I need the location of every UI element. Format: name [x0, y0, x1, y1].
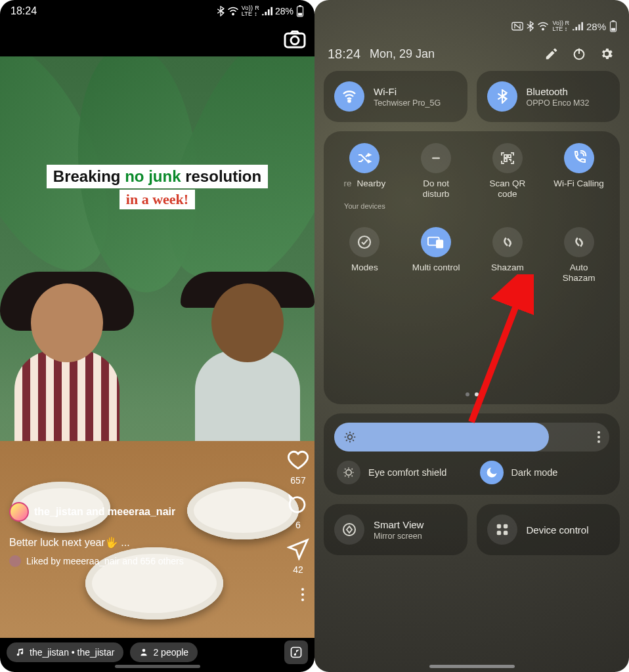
wifi-icon: [227, 7, 239, 16]
eye-comfort-toggle[interactable]: Eye comfort shield: [337, 461, 464, 484]
story-authors[interactable]: the_jistan and meeeraa_nair: [9, 502, 269, 522]
quick-tile-autoshazam[interactable]: AutoShazam: [544, 227, 613, 306]
wificall-label: Wi-Fi Calling: [553, 178, 604, 200]
story-header: [0, 20, 314, 56]
svg-rect-18: [508, 155, 511, 158]
edit-icon[interactable]: [542, 45, 561, 63]
svg-rect-16: [432, 158, 440, 159]
multi-icon: [421, 227, 451, 257]
svg-rect-12: [611, 28, 615, 31]
header-date: Mon, 29 Jan: [370, 47, 435, 61]
svg-point-14: [348, 100, 350, 102]
status-bar: 18:24 Vo)) RLTE ↕ 28%: [0, 0, 314, 20]
svg-point-24: [346, 470, 351, 475]
panel-header: 18:24 Mon, 29 Jan: [314, 38, 629, 71]
nearby-label: reNearby: [344, 178, 386, 200]
bluetooth-title: Bluetooth: [527, 86, 590, 97]
gesture-bar: [429, 665, 515, 668]
story-media[interactable]: Breaking no junk resolution in a week! 6…: [0, 56, 314, 638]
signal-icon: [262, 7, 272, 16]
svg-rect-22: [436, 240, 443, 248]
svg-rect-26: [496, 524, 500, 528]
quick-tile-shazam[interactable]: Shazam: [473, 227, 542, 306]
smart-view-title: Smart View: [374, 519, 423, 530]
status-icons-right: Vo)) RLTE ↕ 28%: [217, 5, 304, 17]
story-caption: Better luck next year🖐 ...: [9, 536, 269, 549]
share-button[interactable]: [287, 538, 309, 560]
music-pill[interactable]: the_jistan • the_jistar: [7, 642, 123, 662]
dark-mode-icon: [480, 461, 504, 484]
story-headline: Breaking no junk resolution in a week!: [16, 165, 299, 209]
story-meta: the_jistan and meeeraa_nair Better luck …: [9, 502, 269, 567]
svg-point-23: [348, 435, 353, 440]
status-bar: Vo)) RLTE ↕ 28%: [314, 0, 629, 38]
svg-point-5: [291, 37, 299, 45]
liker-avatar: [9, 555, 21, 567]
smart-view-tile[interactable]: Smart View Mirror screen: [324, 504, 467, 555]
brightness-tile: Eye comfort shield Dark mode: [324, 413, 620, 495]
status-battery: 28%: [275, 6, 293, 16]
quick-tile-multi[interactable]: Multi control: [402, 227, 471, 306]
battery-icon: [609, 20, 617, 32]
dnd-icon: [421, 143, 451, 173]
comment-button[interactable]: [287, 494, 309, 516]
svg-rect-3: [298, 13, 302, 16]
dnd-label: Do notdisturb: [423, 178, 450, 200]
svg-rect-17: [504, 155, 507, 158]
quick-tile-wificall[interactable]: Wi-Fi Calling: [544, 143, 613, 222]
brightness-icon: [343, 430, 357, 444]
bluetooth-icon: [527, 21, 534, 32]
quick-tile-nearby[interactable]: reNearbyYour devices: [330, 143, 399, 222]
quick-tiles-panel: reNearbyYour devicesDo notdisturbScan QR…: [324, 131, 620, 404]
qr-icon: [492, 143, 523, 173]
quick-tile-modes[interactable]: Modes: [330, 227, 399, 306]
wifi-toggle-icon: [334, 81, 364, 112]
power-icon[interactable]: [570, 45, 588, 63]
brightness-slider[interactable]: [334, 423, 609, 452]
gesture-bar: [115, 665, 200, 668]
svg-rect-19: [504, 159, 507, 161]
more-button[interactable]: [301, 588, 304, 601]
people-pill[interactable]: 2 people: [130, 642, 198, 662]
wifi-icon: [537, 22, 549, 31]
like-button[interactable]: [287, 449, 309, 471]
svg-rect-28: [496, 531, 500, 535]
bluetooth-subtitle: OPPO Enco M32: [527, 98, 590, 108]
page-indicator: [324, 392, 620, 396]
bluetooth-tile[interactable]: Bluetooth OPPO Enco M32: [477, 71, 620, 122]
svg-point-0: [232, 13, 233, 14]
settings-icon[interactable]: [597, 45, 616, 63]
device-control-tile[interactable]: Device control: [477, 504, 620, 555]
share-count: 42: [293, 564, 303, 575]
quick-settings-panel: Vo)) RLTE ↕ 28% 18:24 Mon, 29 Jan Wi-Fi …: [314, 0, 629, 672]
svg-rect-2: [299, 5, 301, 7]
status-battery: 28%: [586, 21, 606, 32]
liked-by[interactable]: Liked by meeeraa_nair and 656 others: [9, 555, 269, 567]
author-avatar[interactable]: [9, 502, 29, 522]
brightness-fill: [334, 423, 549, 452]
quick-tile-qr[interactable]: Scan QRcode: [473, 143, 542, 222]
camera-icon[interactable]: [283, 28, 307, 51]
person-icon: [139, 648, 148, 657]
autoshazam-icon: [564, 227, 594, 257]
device-control-icon: [487, 514, 517, 545]
audio-tile-button[interactable]: [284, 640, 308, 664]
device-control-title: Device control: [527, 524, 589, 536]
bluetooth-icon: [217, 6, 225, 16]
dark-mode-toggle[interactable]: Dark mode: [480, 461, 607, 484]
wifi-title: Wi-Fi: [374, 86, 441, 97]
signal-icon: [573, 22, 583, 31]
story-bottom-bar: the_jistan • the_jistar 2 people: [7, 640, 308, 664]
nfc-icon: [511, 22, 523, 31]
smart-view-subtitle: Mirror screen: [374, 532, 423, 541]
instagram-story-screen: 18:24 Vo)) RLTE ↕ 28%: [0, 0, 314, 672]
story-actions: 657 6 42: [287, 449, 309, 575]
autoshazam-label: AutoShazam: [563, 262, 596, 284]
nearby-icon: [349, 143, 380, 173]
multi-label: Multi control: [412, 262, 460, 284]
brightness-more[interactable]: [597, 431, 600, 443]
quick-tile-dnd[interactable]: Do notdisturb: [402, 143, 471, 222]
svg-rect-11: [612, 20, 615, 22]
modes-label: Modes: [351, 262, 378, 284]
wifi-tile[interactable]: Wi-Fi Techwiser Pro_5G: [324, 71, 467, 122]
